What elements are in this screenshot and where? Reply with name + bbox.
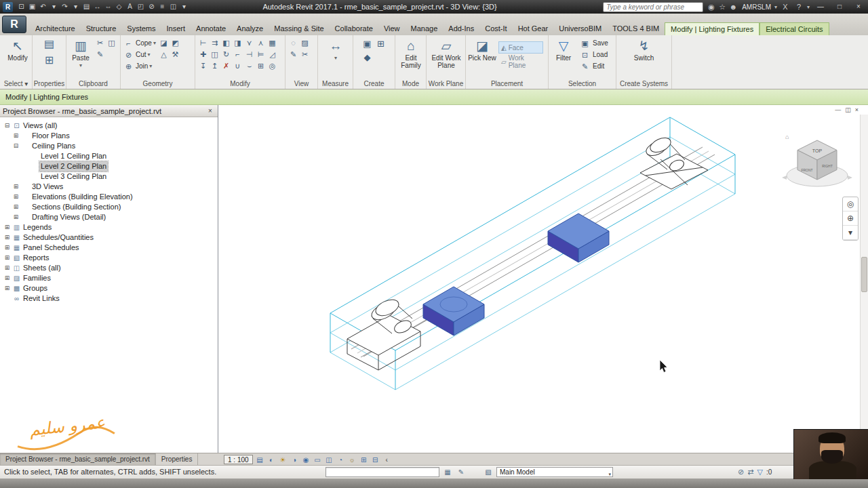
unjoin-geometry-icon[interactable]: ⌣ [243, 60, 255, 72]
worksets-icon[interactable]: ▦ [442, 467, 453, 478]
edit-selection-button[interactable]: ✎ Edit [579, 60, 608, 72]
scale-icon[interactable]: ◿ [267, 49, 278, 60]
close-button[interactable]: × [850, 1, 867, 12]
print-icon[interactable]: ▤ [81, 1, 92, 12]
panel-label-placement[interactable]: Placement [466, 80, 548, 88]
tree-item-legends[interactable]: ⊞ ▥ Legends [0, 222, 218, 232]
detail-level-icon[interactable]: ▤ [255, 455, 265, 465]
crop-view-icon[interactable]: ▭ [313, 455, 323, 465]
split-element-icon[interactable]: ⋎ [243, 37, 255, 49]
tree-expander-icon[interactable]: ⊞ [3, 253, 12, 263]
panel-label-mode[interactable]: Mode [395, 80, 426, 88]
drawing-viewport[interactable]: —◫× [218, 105, 868, 453]
cope-button[interactable]: ⌐ Cope ▾ [123, 37, 156, 49]
tree-expander-icon[interactable]: ⊞ [3, 273, 12, 283]
tree-item-reports[interactable]: ⊞ ▧ Reports [0, 253, 218, 263]
tree-expander-icon[interactable]: ⊟ [12, 141, 20, 151]
panel-label-modify[interactable]: Modify [195, 80, 285, 88]
tree-expander-icon[interactable]: ⊞ [3, 283, 12, 293]
pin-icon[interactable]: ↧ [197, 60, 209, 72]
delete-icon[interactable]: ✗ [220, 60, 232, 72]
favorites-star-icon[interactable]: ☆ [717, 3, 728, 12]
place-on-face-button[interactable]: ◭ Face [498, 41, 543, 54]
activate-controls-icon[interactable]: ◎ [267, 60, 278, 72]
tab-insert[interactable]: Insert [161, 22, 191, 35]
section-icon[interactable]: ⊘ [146, 1, 157, 12]
maximize-button[interactable]: □ [831, 1, 848, 12]
create-similar-icon[interactable]: ◆ [361, 51, 374, 64]
scrollbar-thumb[interactable] [861, 257, 867, 292]
project-browser-close-icon[interactable]: × [205, 107, 215, 115]
text-icon[interactable]: A [125, 1, 135, 12]
tree-item-views-all[interactable]: ⊟ ⊡ Views (all) [0, 121, 218, 131]
panel-label-create[interactable]: Create [353, 80, 395, 88]
modify-button[interactable]: ↖ Modify [2, 37, 33, 62]
copy-icon[interactable]: ◫ [106, 37, 117, 48]
create-group-icon[interactable]: ⊞ [374, 37, 388, 51]
tree-item-level-3-ceiling-plan[interactable]: Level 3 Ceiling Plan [0, 171, 218, 182]
tab-cost-it[interactable]: Cost-It [479, 22, 512, 35]
help-icon[interactable]: ? [793, 3, 804, 11]
redo-caret-icon[interactable]: ▾ [71, 1, 81, 12]
pick-new-button[interactable]: ◪ Pick New [468, 37, 496, 79]
panel-label-selection[interactable]: Selection [549, 80, 616, 88]
show-constraints-icon[interactable]: ⊟ [370, 455, 380, 465]
viewcube[interactable]: TOP FRONT RIGHT ⌂ [782, 134, 852, 186]
cut-icon[interactable]: ✂ [94, 37, 106, 48]
mirror-draw-axis-icon[interactable]: ◨ [232, 37, 243, 49]
panel-label-create-systems[interactable]: Create Systems [616, 80, 671, 88]
redo-icon[interactable]: ↷ [60, 1, 70, 12]
tree-expander-icon[interactable]: ⊟ [3, 121, 12, 131]
lighting-fixture-spot-right[interactable] [640, 135, 708, 189]
filter-button[interactable]: ▽ Filter [551, 37, 576, 79]
tree-item-panel-schedules[interactable]: ⊞ ▦ Panel Schedules [0, 243, 218, 253]
edit-family-button[interactable]: ⌂ Edit Family [397, 37, 425, 69]
help-menu-caret-icon[interactable]: ▾ [807, 4, 810, 10]
tab-systems[interactable]: Systems [121, 22, 161, 35]
cut-profile-icon[interactable]: ✂ [299, 49, 311, 60]
panel-label-select[interactable]: Select ▾ [0, 80, 32, 88]
steering-wheel-icon[interactable]: ◎ [843, 197, 858, 211]
tree-item-drafting-views[interactable]: ⊞ Drafting Views (Detail) [0, 212, 218, 222]
panel-label-view[interactable]: View [285, 80, 317, 88]
tab-project-browser-bottom[interactable]: Project Browser - rme_basic_sample_proje… [0, 453, 156, 465]
tab-properties-bottom[interactable]: Properties [156, 453, 199, 465]
join-geometry-icon[interactable]: ∪ [232, 60, 243, 72]
tree-item-groups[interactable]: ⊞ ▩ Groups [0, 283, 218, 293]
open-icon[interactable]: ⊡ [16, 1, 26, 12]
tab-view[interactable]: View [378, 22, 406, 35]
design-options-caret-icon[interactable]: ▾ [608, 470, 611, 479]
remove-paint-icon[interactable]: ◩ [170, 37, 181, 48]
sign-in-user-icon[interactable]: ☻ [728, 3, 738, 12]
visual-style-icon[interactable]: ◐ [267, 455, 277, 465]
tab-tools-4-bim[interactable]: TOOLS 4 BIM [607, 22, 665, 35]
lighting-fixture-spot-left[interactable] [347, 297, 420, 370]
tree-item-sections[interactable]: ⊞ Sections (Building Section) [0, 202, 218, 212]
edit-work-plane-button[interactable]: ▱ Edit Work Plane [429, 37, 464, 69]
tree-item-schedules[interactable]: ⊞ ▦ Schedules/Quantities [0, 232, 218, 243]
design-options-field[interactable]: Main Model ▾ [496, 467, 613, 477]
tree-item-sheets[interactable]: ⊞ ◫ Sheets (all) [0, 263, 218, 273]
paste-button[interactable]: ▥ Paste ▾ [68, 37, 93, 79]
tree-expander-icon[interactable]: ⊞ [12, 202, 20, 212]
tab-architecture[interactable]: Architecture [30, 22, 81, 35]
tab-structure[interactable]: Structure [81, 22, 122, 35]
demolish-icon[interactable]: ⚒ [170, 49, 181, 60]
family-types-icon[interactable]: ⊞ [45, 54, 54, 67]
tree-expander-icon[interactable]: ⊞ [3, 232, 12, 243]
rotate-icon[interactable]: ↻ [220, 49, 232, 60]
show-crop-region-icon[interactable]: ◫ [324, 455, 334, 465]
temporary-view-properties-icon[interactable]: ⊞ [359, 455, 369, 465]
tab-electrical-circuits[interactable]: Electrical Circuits [760, 22, 829, 35]
tree-expander-icon[interactable]: ⊞ [12, 131, 20, 141]
measure-qat-icon[interactable]: ↔ [92, 1, 102, 12]
panel-label-work-plane[interactable]: Work Plane [427, 80, 465, 88]
view-scale-button[interactable]: 1 : 100 [224, 455, 253, 464]
tree-item-ceiling-plans[interactable]: ⊟ Ceiling Plans [0, 141, 218, 151]
navbar-caret-icon[interactable]: ▾ [843, 226, 858, 240]
zoom-icon[interactable]: ⊕ [843, 211, 858, 226]
tree-item-floor-plans[interactable]: ⊞ Floor Plans [0, 131, 218, 141]
tree-expander-icon[interactable]: ⊞ [12, 192, 20, 202]
trim-extend-corner-icon[interactable]: ⌐ [232, 49, 243, 60]
tree-expander-icon[interactable]: ⊞ [12, 182, 20, 192]
